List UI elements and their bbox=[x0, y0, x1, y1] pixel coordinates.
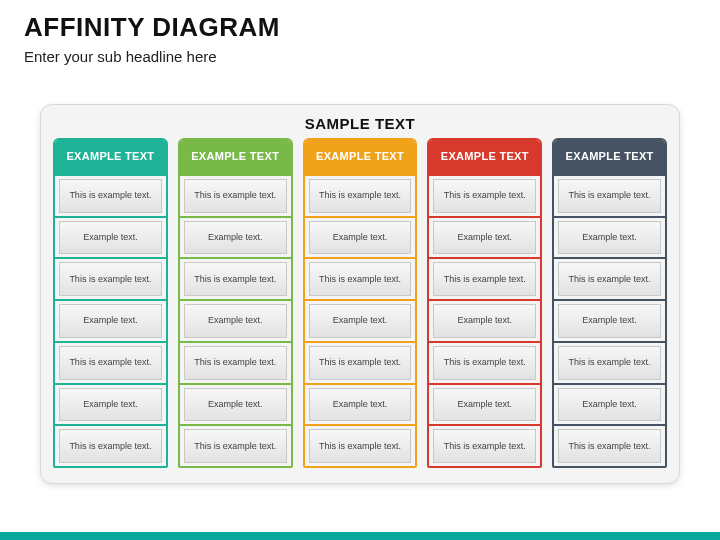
cell-chip: This is example text. bbox=[433, 262, 536, 296]
cell-chip: Example text. bbox=[558, 221, 661, 255]
column-cell: This is example text. bbox=[429, 257, 540, 299]
cell-chip: Example text. bbox=[184, 304, 287, 338]
cell-chip: This is example text. bbox=[558, 346, 661, 380]
cell-chip: This is example text. bbox=[59, 346, 162, 380]
column-cell: This is example text. bbox=[305, 257, 416, 299]
column-cell: Example text. bbox=[305, 299, 416, 341]
column-cell: Example text. bbox=[554, 383, 665, 425]
cell-chip: Example text. bbox=[433, 388, 536, 422]
column-cell: This is example text. bbox=[429, 424, 540, 466]
cell-chip: Example text. bbox=[309, 304, 412, 338]
column-cell: This is example text. bbox=[55, 424, 166, 466]
column-header: EXAMPLE TEXT bbox=[554, 140, 665, 174]
cell-chip: Example text. bbox=[309, 388, 412, 422]
cell-chip: Example text. bbox=[558, 388, 661, 422]
cell-chip: This is example text. bbox=[433, 429, 536, 463]
cell-chip: This is example text. bbox=[184, 179, 287, 213]
column-body: This is example text.Example text.This i… bbox=[554, 174, 665, 466]
diagram-panel: SAMPLE TEXT EXAMPLE TEXTThis is example … bbox=[40, 104, 680, 484]
column-body: This is example text.Example text.This i… bbox=[180, 174, 291, 466]
column-cell: Example text. bbox=[55, 383, 166, 425]
column: EXAMPLE TEXTThis is example text.Example… bbox=[552, 138, 667, 468]
column-cell: Example text. bbox=[429, 383, 540, 425]
column-body: This is example text.Example text.This i… bbox=[429, 174, 540, 466]
column: EXAMPLE TEXTThis is example text.Example… bbox=[303, 138, 418, 468]
cell-chip: This is example text. bbox=[309, 262, 412, 296]
column-cell: This is example text. bbox=[305, 424, 416, 466]
column: EXAMPLE TEXTThis is example text.Example… bbox=[178, 138, 293, 468]
column-cell: Example text. bbox=[305, 383, 416, 425]
cell-chip: This is example text. bbox=[59, 262, 162, 296]
cell-chip: This is example text. bbox=[309, 179, 412, 213]
cell-chip: This is example text. bbox=[309, 429, 412, 463]
slide-title: AFFINITY DIAGRAM bbox=[24, 12, 280, 43]
column-cell: This is example text. bbox=[554, 176, 665, 216]
column-header: EXAMPLE TEXT bbox=[429, 140, 540, 174]
column-header: EXAMPLE TEXT bbox=[305, 140, 416, 174]
column-header: EXAMPLE TEXT bbox=[180, 140, 291, 174]
column-cell: This is example text. bbox=[55, 176, 166, 216]
column-cell: Example text. bbox=[429, 216, 540, 258]
cell-chip: Example text. bbox=[433, 304, 536, 338]
panel-title: SAMPLE TEXT bbox=[53, 111, 667, 138]
column-body: This is example text.Example text.This i… bbox=[55, 174, 166, 466]
cell-chip: Example text. bbox=[59, 304, 162, 338]
column-cell: This is example text. bbox=[180, 341, 291, 383]
cell-chip: This is example text. bbox=[59, 179, 162, 213]
column-cell: Example text. bbox=[180, 299, 291, 341]
cell-chip: This is example text. bbox=[558, 262, 661, 296]
cell-chip: This is example text. bbox=[433, 179, 536, 213]
columns-container: EXAMPLE TEXTThis is example text.Example… bbox=[53, 138, 667, 468]
cell-chip: This is example text. bbox=[309, 346, 412, 380]
column-cell: Example text. bbox=[55, 216, 166, 258]
column-cell: This is example text. bbox=[305, 341, 416, 383]
column-cell: This is example text. bbox=[180, 176, 291, 216]
column: EXAMPLE TEXTThis is example text.Example… bbox=[427, 138, 542, 468]
column-cell: Example text. bbox=[554, 216, 665, 258]
cell-chip: Example text. bbox=[59, 221, 162, 255]
cell-chip: This is example text. bbox=[184, 262, 287, 296]
cell-chip: This is example text. bbox=[433, 346, 536, 380]
cell-chip: Example text. bbox=[184, 388, 287, 422]
column-cell: This is example text. bbox=[55, 257, 166, 299]
column-cell: Example text. bbox=[305, 216, 416, 258]
column-cell: Example text. bbox=[554, 299, 665, 341]
column-cell: This is example text. bbox=[180, 424, 291, 466]
column-cell: This is example text. bbox=[429, 176, 540, 216]
cell-chip: This is example text. bbox=[59, 429, 162, 463]
cell-chip: Example text. bbox=[433, 221, 536, 255]
cell-chip: Example text. bbox=[184, 221, 287, 255]
column: EXAMPLE TEXTThis is example text.Example… bbox=[53, 138, 168, 468]
column-body: This is example text.Example text.This i… bbox=[305, 174, 416, 466]
cell-chip: This is example text. bbox=[558, 429, 661, 463]
cell-chip: Example text. bbox=[309, 221, 412, 255]
column-cell: This is example text. bbox=[180, 257, 291, 299]
cell-chip: This is example text. bbox=[184, 346, 287, 380]
slide: AFFINITY DIAGRAM Enter your sub headline… bbox=[0, 0, 720, 540]
column-cell: Example text. bbox=[429, 299, 540, 341]
column-cell: This is example text. bbox=[554, 341, 665, 383]
column-cell: This is example text. bbox=[429, 341, 540, 383]
slide-subtitle: Enter your sub headline here bbox=[24, 48, 217, 65]
column-cell: This is example text. bbox=[55, 341, 166, 383]
column-cell: Example text. bbox=[55, 299, 166, 341]
footer-accent-bar bbox=[0, 532, 720, 540]
column-cell: This is example text. bbox=[554, 257, 665, 299]
cell-chip: This is example text. bbox=[184, 429, 287, 463]
column-cell: This is example text. bbox=[554, 424, 665, 466]
column-cell: This is example text. bbox=[305, 176, 416, 216]
cell-chip: This is example text. bbox=[558, 179, 661, 213]
column-header: EXAMPLE TEXT bbox=[55, 140, 166, 174]
cell-chip: Example text. bbox=[558, 304, 661, 338]
column-cell: Example text. bbox=[180, 216, 291, 258]
column-cell: Example text. bbox=[180, 383, 291, 425]
cell-chip: Example text. bbox=[59, 388, 162, 422]
